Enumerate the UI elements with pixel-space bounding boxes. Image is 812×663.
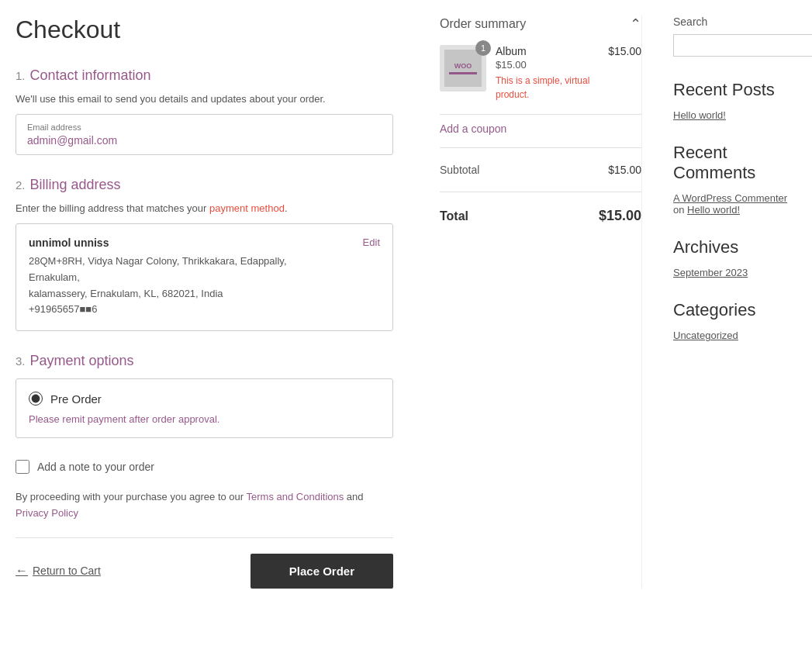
contact-step-number: 1. xyxy=(16,69,26,82)
payment-step-number: 3. xyxy=(16,354,26,368)
preorder-radio[interactable] xyxy=(29,392,43,406)
email-highlight: com xyxy=(97,134,117,147)
order-item-price-small: $15.00 xyxy=(496,59,608,71)
order-item-description: This is a simple, virtual product. xyxy=(496,74,608,102)
edit-billing-link[interactable]: Edit xyxy=(363,237,380,248)
terms-and: and xyxy=(344,491,363,502)
recent-posts-title: Recent Posts xyxy=(673,80,796,100)
return-to-cart-label: Return to Cart xyxy=(33,565,101,577)
preorder-label: Pre Order xyxy=(50,392,102,406)
order-item-details: Album $15.00 This is a simple, virtual p… xyxy=(496,45,608,102)
terms-before: By proceeding with your purchase you agr… xyxy=(16,491,247,502)
search-row: Search xyxy=(673,34,796,57)
billing-step: 2. Billing address Enter the billing add… xyxy=(16,177,393,331)
order-item-name: Album xyxy=(496,45,608,57)
page-title: Checkout xyxy=(16,16,393,44)
recent-comments-section: Recent Comments A WordPress Commenter on… xyxy=(673,143,796,216)
total-label: Total xyxy=(440,209,468,223)
payment-step-header: 3. Payment options xyxy=(16,353,393,369)
sidebar: Search Search Recent Posts Hello world! … xyxy=(641,16,796,589)
contact-step: 1. Contact information We'll use this em… xyxy=(16,67,393,155)
categories-section: Categories Uncategorized xyxy=(673,300,796,341)
email-field-wrapper: Email address admin@gmail.com xyxy=(16,114,393,155)
item-quantity-badge: 1 xyxy=(475,40,491,56)
commenter-on: on xyxy=(673,204,687,216)
return-arrow-icon: ← xyxy=(16,564,28,578)
billing-step-number: 2. xyxy=(16,178,26,192)
subtotal-value: $15.00 xyxy=(608,164,641,176)
recent-comment-text: A WordPress Commenter on Hello world! xyxy=(673,192,796,216)
collapse-summary-icon[interactable]: ⌃ xyxy=(630,16,641,33)
payment-option-preorder: Pre Order xyxy=(29,392,380,406)
contact-step-title: Contact information xyxy=(30,67,151,84)
payment-box: Pre Order Please remit payment after ord… xyxy=(16,378,393,438)
order-summary: Order summary ⌃ WOO 1 Album $15.00 This … xyxy=(424,16,641,589)
contact-step-header: 1. Contact information xyxy=(16,67,393,84)
coupon-link[interactable]: Add a coupon xyxy=(440,123,641,135)
billing-phone: +91965657■■6 xyxy=(29,302,380,318)
billing-address-box: Edit unnimol unniss 28QM+8RH, Vidya Naga… xyxy=(16,223,393,331)
archive-link-0[interactable]: September 2023 xyxy=(673,267,796,278)
place-order-button[interactable]: Place Order xyxy=(251,554,393,589)
order-item-image: WOO 1 xyxy=(440,45,486,92)
order-summary-title: Order summary xyxy=(440,17,526,31)
payment-step-title: Payment options xyxy=(30,353,134,369)
footer-buttons: ← Return to Cart Place Order xyxy=(16,554,393,589)
payment-note: Please remit payment after order approva… xyxy=(29,413,380,425)
category-link-0[interactable]: Uncategorized xyxy=(673,330,796,341)
billing-name: unnimol unniss xyxy=(29,237,380,249)
commenter-post-link[interactable]: Hello world! xyxy=(687,204,740,216)
subtotal-label: Subtotal xyxy=(440,164,479,176)
order-item-total: $15.00 xyxy=(608,45,641,57)
search-input[interactable] xyxy=(673,34,812,57)
privacy-link[interactable]: Privacy Policy xyxy=(16,507,78,519)
email-label: Email address xyxy=(27,123,382,132)
categories-title: Categories xyxy=(673,300,796,320)
footer-divider xyxy=(16,537,393,538)
recent-post-link-0[interactable]: Hello world! xyxy=(673,109,796,121)
terms-text: By proceeding with your purchase you agr… xyxy=(16,489,393,522)
woo-logo: WOO xyxy=(454,62,472,70)
billing-step-title: Billing address xyxy=(30,177,121,193)
terms-link[interactable]: Terms and Conditions xyxy=(247,491,344,502)
search-section: Search Search xyxy=(673,16,796,57)
note-row: Add a note to your order xyxy=(16,460,393,474)
order-summary-header: Order summary ⌃ xyxy=(440,16,641,33)
subtotal-row: Subtotal $15.00 xyxy=(440,156,641,184)
total-value: $15.00 xyxy=(599,208,641,224)
note-label[interactable]: Add a note to your order xyxy=(37,461,154,473)
woo-bar xyxy=(449,72,477,74)
archives-title: Archives xyxy=(673,237,796,257)
email-display: admin@gmail.com xyxy=(27,134,382,147)
billing-step-header: 2. Billing address xyxy=(16,177,393,193)
billing-address-line3: kalamassery, Ernakulam, KL, 682021, Indi… xyxy=(29,286,380,302)
order-divider-bottom xyxy=(440,192,641,192)
payment-step: 3. Payment options Pre Order Please remi… xyxy=(16,353,393,438)
order-item: WOO 1 Album $15.00 This is a simple, vir… xyxy=(440,45,641,102)
billing-address-line1: 28QM+8RH, Vidya Nagar Colony, Thrikkakar… xyxy=(29,254,380,270)
contact-description: We'll use this email to send you details… xyxy=(16,93,393,105)
recent-posts-section: Recent Posts Hello world! xyxy=(673,80,796,121)
total-row: Total $15.00 xyxy=(440,200,641,232)
payment-method-link[interactable]: payment method xyxy=(209,202,285,214)
archives-section: Archives September 2023 xyxy=(673,237,796,278)
email-plain: admin@gmail. xyxy=(27,134,97,147)
order-divider-mid xyxy=(440,147,641,148)
commenter-link[interactable]: A WordPress Commenter xyxy=(673,192,787,204)
return-to-cart-button[interactable]: ← Return to Cart xyxy=(16,564,101,578)
search-label: Search xyxy=(673,16,796,28)
order-divider-top xyxy=(440,114,641,115)
billing-description: Enter the billing address that matches y… xyxy=(16,202,393,214)
billing-address-line2: Ernakulam, xyxy=(29,270,380,286)
billing-address: 28QM+8RH, Vidya Nagar Colony, Thrikkakar… xyxy=(29,254,380,318)
note-checkbox[interactable] xyxy=(16,460,29,474)
recent-comments-title: Recent Comments xyxy=(673,143,796,183)
